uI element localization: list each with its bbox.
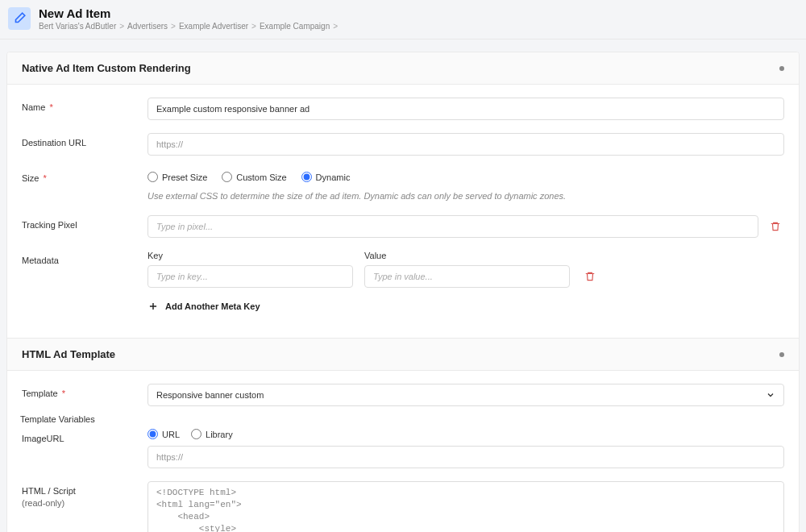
tracking-pixel-delete-button[interactable]	[767, 218, 784, 235]
size-radio-preset[interactable]: Preset Size	[147, 172, 207, 182]
tracking-pixel-input[interactable]	[147, 215, 758, 238]
size-radio-dynamic[interactable]: Dynamic	[301, 172, 351, 182]
collapse-dot-icon	[779, 66, 784, 71]
page-title: New Ad Item	[39, 6, 338, 21]
section-header-template[interactable]: HTML Ad Template	[7, 338, 799, 371]
breadcrumb-item[interactable]: Example Advertiser	[179, 22, 248, 31]
label-size: Size *	[22, 168, 147, 183]
html-script-code: <!DOCTYPE html> <html lang="en"> <head> …	[147, 481, 784, 532]
chevron-down-icon	[766, 390, 775, 400]
template-variables-label: Template Variables	[20, 414, 784, 424]
label-image-url: ImageURL	[22, 429, 147, 443]
imageurl-radio-url[interactable]: URL	[147, 429, 180, 439]
label-tracking-pixel: Tracking Pixel	[22, 215, 147, 230]
label-destination-url: Destination URL	[22, 133, 147, 148]
breadcrumb: Bert Varias's AdButler > Advertisers > E…	[39, 22, 338, 31]
section-header-native[interactable]: Native Ad Item Custom Rendering	[7, 52, 799, 85]
collapse-dot-icon	[779, 352, 784, 357]
add-meta-key-button[interactable]: Add Another Meta Key	[147, 299, 260, 314]
destination-url-input[interactable]	[147, 133, 784, 156]
imageurl-radio-library[interactable]: Library	[191, 429, 233, 439]
name-input[interactable]	[147, 98, 784, 120]
metadata-value-label: Value	[364, 251, 570, 260]
size-radio-custom[interactable]: Custom Size	[222, 172, 286, 182]
breadcrumb-item[interactable]: Example Campaign	[260, 22, 330, 31]
section-title: HTML Ad Template	[22, 348, 115, 360]
breadcrumb-item[interactable]: Advertisers	[127, 22, 168, 31]
label-html-script: HTML / Script (read-only)	[22, 481, 147, 508]
template-select[interactable]: Responsive banner custom	[147, 384, 784, 406]
page-header: New Ad Item Bert Varias's AdButler > Adv…	[0, 0, 806, 39]
plus-icon	[147, 301, 159, 312]
form-card: Native Ad Item Custom Rendering Name * D…	[6, 52, 800, 532]
breadcrumb-item[interactable]: Bert Varias's AdButler	[39, 22, 116, 31]
metadata-value-input[interactable]	[364, 265, 570, 288]
image-url-input[interactable]	[147, 446, 784, 468]
metadata-key-label: Key	[147, 251, 353, 260]
section-title: Native Ad Item Custom Rendering	[22, 62, 191, 74]
readonly-note: (read-only)	[22, 498, 147, 508]
label-name: Name *	[22, 98, 147, 112]
metadata-key-input[interactable]	[147, 265, 353, 288]
metadata-delete-button[interactable]	[581, 268, 599, 285]
label-metadata: Metadata	[22, 251, 147, 265]
edit-icon	[8, 7, 31, 30]
size-hint: Use external CSS to determine the size o…	[147, 190, 784, 202]
label-template: Template *	[22, 384, 147, 398]
